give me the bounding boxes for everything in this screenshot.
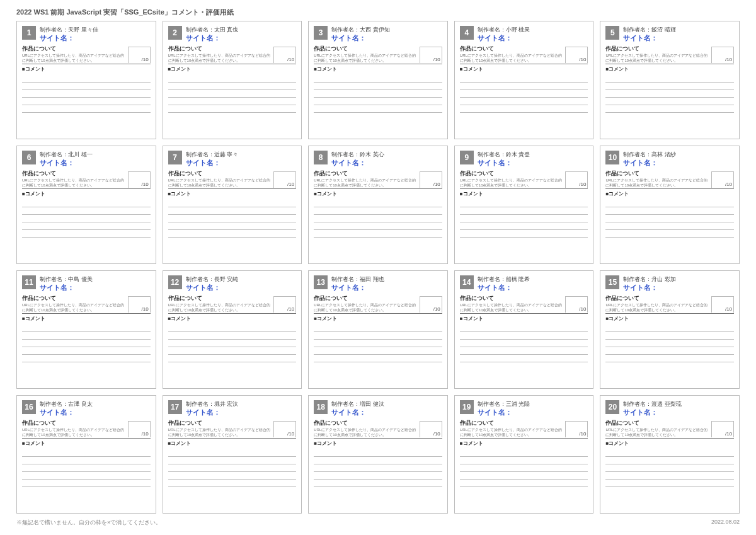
instruction-text: URLにアクセスして操作したり、商品のアイデアなど総合的に判断して10点満点で評… (22, 428, 125, 437)
score-box: /10 (273, 171, 296, 188)
author-name: 制作者名：船橋 隆希 (478, 275, 530, 283)
comment-lines (605, 75, 734, 113)
author-name: 制作者名：髙林 渚紗 (623, 151, 676, 158)
site-name-label: サイト名： (186, 283, 239, 292)
card-number: 15 (605, 275, 619, 289)
score-suffix: /10 (725, 181, 732, 187)
about-label: 作品について (605, 294, 709, 302)
comment-label: ■コメント (22, 66, 151, 72)
about-label: 作品について (168, 170, 272, 178)
site-name-label: サイト名： (623, 408, 682, 417)
about-label: 作品について (460, 170, 563, 178)
about-label: 作品について (314, 170, 417, 178)
evaluation-card: 1制作者名：天野 里々佳サイト名：作品についてURLにアクセスして操作したり、商… (16, 21, 156, 139)
evaluation-card: 3制作者名：大西 貴伊知サイト名：作品についてURLにアクセスして操作したり、商… (308, 21, 448, 139)
score-suffix: /10 (433, 181, 440, 187)
comment-lines (22, 325, 151, 362)
evaluation-card: 13制作者名：福田 翔也サイト名：作品についてURLにアクセスして操作したり、商… (308, 270, 448, 389)
score-suffix: /10 (141, 181, 148, 187)
comment-lines (168, 449, 297, 487)
author-name: 制作者名：大西 貴伊知 (331, 26, 390, 33)
score-suffix: /10 (725, 431, 732, 437)
evaluation-card: 4制作者名：小野 桃果サイト名：作品についてURLにアクセスして操作したり、商品… (454, 21, 594, 139)
instruction-text: URLにアクセスして操作したり、商品のアイデアなど総合的に判断して10点満点で評… (22, 54, 125, 63)
author-name: 制作者名：鈴木 英心 (331, 151, 384, 158)
site-name-label: サイト名： (40, 408, 93, 417)
author-name: 制作者名：鈴木 貴登 (478, 151, 530, 158)
evaluation-card: 5制作者名：飯沼 晴輝サイト名：作品についてURLにアクセスして操作したり、商品… (600, 21, 740, 139)
score-suffix: /10 (287, 57, 294, 62)
card-number: 9 (460, 151, 474, 164)
comment-lines (168, 75, 297, 113)
evaluation-card: 18制作者名：増田 健汰サイト名：作品についてURLにアクセスして操作したり、商… (308, 395, 448, 514)
about-label: 作品について (168, 294, 272, 302)
comment-label: ■コメント (22, 190, 151, 197)
comment-label: ■コメント (168, 440, 297, 447)
about-label: 作品について (314, 294, 417, 302)
author-name: 制作者名：北川 雄一 (40, 151, 93, 158)
site-name-label: サイト名： (331, 33, 390, 42)
comment-lines (605, 200, 734, 238)
score-box: /10 (128, 421, 151, 437)
author-name: 制作者名：中島 優美 (40, 275, 93, 283)
score-box: /10 (273, 421, 296, 437)
card-number: 18 (314, 400, 328, 414)
author-name: 制作者名：太田 真也 (186, 26, 239, 33)
score-suffix: /10 (725, 57, 732, 62)
score-box: /10 (711, 296, 734, 313)
score-suffix: /10 (287, 306, 294, 312)
score-box: /10 (420, 421, 442, 437)
card-number: 8 (314, 151, 328, 164)
author-name: 制作者名：三浦 光陽 (478, 400, 530, 408)
about-label: 作品について (314, 45, 417, 53)
score-box: /10 (565, 171, 588, 188)
score-suffix: /10 (433, 57, 440, 62)
score-suffix: /10 (287, 181, 294, 187)
comment-lines (314, 449, 442, 487)
card-number: 3 (314, 26, 328, 40)
comment-lines (168, 200, 297, 238)
comment-lines (22, 449, 151, 487)
card-number: 5 (605, 26, 619, 40)
site-name-label: サイト名： (478, 283, 530, 292)
site-name-label: サイト名： (623, 283, 676, 292)
footer-note: ※無記名で構いません。自分の枠を×で消してください。 (16, 519, 161, 527)
comment-label: ■コメント (605, 315, 734, 322)
evaluation-card: 6制作者名：北川 雄一サイト名：作品についてURLにアクセスして操作したり、商品… (16, 146, 156, 264)
score-box: /10 (128, 296, 151, 313)
about-label: 作品について (460, 419, 563, 427)
cards-grid: 1制作者名：天野 里々佳サイト名：作品についてURLにアクセスして操作したり、商… (16, 21, 740, 514)
score-box: /10 (420, 171, 442, 188)
about-label: 作品について (605, 45, 709, 53)
site-name-label: サイト名： (623, 33, 676, 42)
card-number: 17 (168, 400, 182, 414)
evaluation-card: 15制作者名：舟山 彩加サイト名：作品についてURLにアクセスして操作したり、商… (600, 270, 740, 389)
site-name-label: サイト名： (478, 33, 530, 42)
site-name-label: サイト名： (478, 158, 530, 167)
author-name: 制作者名：古澤 良太 (40, 400, 93, 408)
card-number: 19 (460, 400, 474, 414)
page-footer: ※無記名で構いません。自分の枠を×で消してください。 2022.08.02 (16, 519, 740, 527)
score-suffix: /10 (725, 306, 732, 312)
instruction-text: URLにアクセスして操作したり、商品のアイデアなど総合的に判断して10点満点で評… (460, 54, 563, 63)
instruction-text: URLにアクセスして操作したり、商品のアイデアなど総合的に判断して10点満点で評… (460, 178, 563, 188)
comment-lines (605, 325, 734, 362)
evaluation-card: 14制作者名：船橋 隆希サイト名：作品についてURLにアクセスして操作したり、商… (454, 270, 594, 389)
card-number: 20 (605, 400, 619, 414)
instruction-text: URLにアクセスして操作したり、商品のアイデアなど総合的に判断して10点満点で評… (22, 303, 125, 313)
score-suffix: /10 (579, 306, 586, 312)
footer-date: 2022.08.02 (711, 519, 740, 527)
site-name-label: サイト名： (331, 158, 384, 167)
card-number: 4 (460, 26, 474, 40)
comment-lines (314, 75, 442, 113)
site-name-label: サイト名： (40, 283, 93, 292)
author-name: 制作者名：堀井 宏汰 (186, 400, 239, 408)
score-box: /10 (711, 171, 734, 188)
comment-label: ■コメント (314, 66, 442, 72)
score-box: /10 (128, 47, 151, 63)
site-name-label: サイト名： (478, 408, 530, 417)
comment-lines (460, 325, 588, 362)
comment-label: ■コメント (460, 190, 588, 197)
author-name: 制作者名：増田 健汰 (331, 400, 384, 408)
comment-label: ■コメント (314, 440, 442, 447)
